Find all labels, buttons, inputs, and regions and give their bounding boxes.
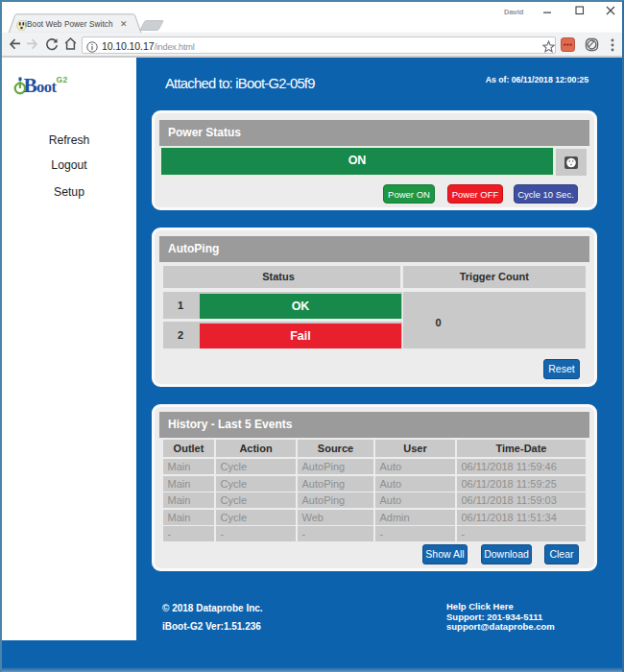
svg-text:oot: oot — [36, 78, 58, 96]
svg-text:G2: G2 — [57, 75, 68, 84]
svg-text:B: B — [24, 74, 37, 97]
